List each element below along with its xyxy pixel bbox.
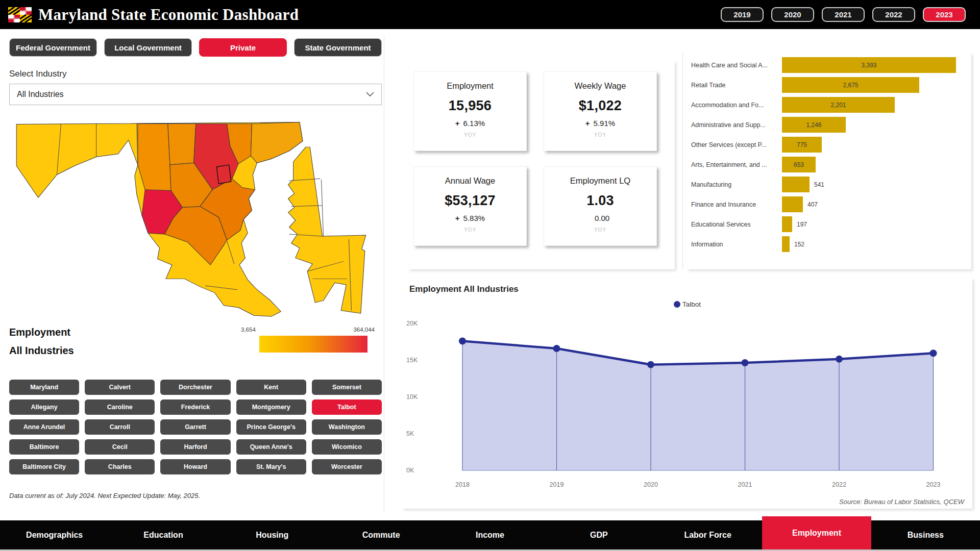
bar-accommodation-and-fo[interactable]: 2,201	[782, 97, 895, 113]
map-county-baltimore-city[interactable]	[216, 165, 231, 184]
bar-category-label: Finance and Insurance	[691, 201, 782, 208]
kpi-delta-indicator: +	[455, 214, 460, 222]
bar-value-label: 775	[797, 141, 807, 148]
kpi-card-annual-wage: Annual Wage $53,127 +5.83% YOY	[413, 166, 527, 246]
nav-item-gdp[interactable]: GDP	[545, 520, 653, 549]
bar-value-label: 1,246	[806, 121, 821, 129]
data-point-2019[interactable]	[553, 345, 560, 352]
page-title: Maryland State Economic Dashboard	[38, 6, 299, 24]
nav-item-education[interactable]: Education	[109, 520, 217, 549]
data-point-2018[interactable]	[459, 338, 466, 345]
legend-title: Employment	[9, 327, 74, 338]
bar-retail-trade[interactable]: 2,675	[782, 77, 919, 93]
map-region-eastern-shore[interactable]	[288, 147, 366, 313]
county-button-baltimore-city[interactable]: Baltimore City	[9, 459, 79, 474]
county-button-wicomico[interactable]: Wicomico	[312, 439, 382, 455]
bar-row-health-care-and-social-a: Health Care and Social A...3,393	[691, 57, 971, 73]
county-button-prince-george-s[interactable]: Prince George's	[236, 419, 306, 435]
county-button-charles[interactable]: Charles	[85, 459, 155, 474]
map-legend: Employment All Industries 3,654 364,044	[9, 327, 382, 363]
x-axis-tick: 2021	[738, 481, 752, 488]
kpi-caption: YOY	[414, 132, 526, 138]
data-point-2023[interactable]	[930, 349, 937, 357]
ownership-button-state-government[interactable]: State Government	[294, 38, 382, 57]
bar-information[interactable]	[782, 236, 790, 252]
kpi-title: Employment LQ	[544, 176, 656, 186]
year-button-2022[interactable]: 2022	[872, 7, 915, 22]
nav-item-commute[interactable]: Commute	[327, 520, 435, 549]
map-county-cecil[interactable]	[251, 122, 303, 163]
map-county-carroll[interactable]	[168, 124, 196, 165]
county-button-cecil[interactable]: Cecil	[85, 439, 155, 455]
nav-item-demographics[interactable]: Demographics	[0, 520, 109, 549]
bar-manufacturing[interactable]	[782, 177, 810, 192]
year-button-2020[interactable]: 2020	[771, 7, 814, 22]
kpi-delta-indicator: +	[455, 119, 460, 128]
chevron-down-icon	[366, 92, 374, 97]
county-button-dorchester[interactable]: Dorchester	[160, 380, 230, 395]
nav-item-labor-force[interactable]: Labor Force	[653, 520, 762, 549]
year-button-2021[interactable]: 2021	[822, 7, 865, 22]
county-button-washington[interactable]: Washington	[312, 419, 382, 435]
county-button-queen-anne-s[interactable]: Queen Anne's	[236, 439, 306, 455]
bar-arts-entertainment-and[interactable]: 653	[782, 157, 816, 172]
kpi-delta-value: 0.00	[595, 214, 609, 222]
county-button-calvert[interactable]: Calvert	[85, 380, 155, 395]
ownership-button-local-government[interactable]: Local Government	[104, 38, 192, 57]
county-button-carroll[interactable]: Carroll	[85, 419, 155, 435]
nav-item-housing[interactable]: Housing	[218, 520, 327, 549]
county-button-howard[interactable]: Howard	[160, 459, 230, 474]
kpi-value: $53,127	[414, 193, 526, 209]
data-point-2020[interactable]	[647, 361, 654, 368]
app-header: Maryland State Economic Dashboard 201920…	[0, 0, 980, 29]
nav-item-employment[interactable]: Employment	[762, 516, 871, 549]
county-button-talbot[interactable]: Talbot	[312, 399, 382, 415]
line-chart-svg[interactable]: 0K5K10K15K20K201820192020202120222023	[402, 299, 972, 494]
bar-administrative-and-supp[interactable]: 1,246	[782, 117, 846, 133]
county-button-baltimore[interactable]: Baltimore	[9, 439, 79, 455]
county-button-garrett[interactable]: Garrett	[160, 419, 230, 435]
bar-finance-and-insurance[interactable]	[782, 196, 803, 212]
county-button-kent[interactable]: Kent	[236, 380, 306, 395]
industry-dropdown[interactable]: All Industries	[9, 84, 382, 105]
bar-category-label: Other Services (except P...	[691, 141, 782, 148]
bar-row-educational-services: Educational Services197	[691, 216, 971, 232]
county-button-montgomery[interactable]: Montgomery	[236, 399, 306, 415]
maryland-choropleth-map[interactable]	[9, 115, 382, 319]
bar-other-services-except-p[interactable]: 775	[782, 137, 822, 153]
county-button-somerset[interactable]: Somerset	[312, 380, 382, 395]
kpi-caption: YOY	[544, 227, 656, 233]
nav-item-income[interactable]: Income	[435, 520, 544, 549]
bar-row-retail-trade: Retail Trade2,675	[691, 77, 971, 93]
bar-category-label: Manufacturing	[691, 181, 782, 188]
ownership-button-private[interactable]: Private	[199, 38, 287, 57]
county-button-frederick[interactable]: Frederick	[160, 399, 230, 415]
county-button-anne-arundel[interactable]: Anne Arundel	[9, 419, 79, 435]
line-chart-title: Employment All Industries	[409, 284, 519, 294]
data-point-2022[interactable]	[836, 356, 843, 363]
y-axis-tick: 20K	[406, 320, 418, 327]
county-button-harford[interactable]: Harford	[160, 439, 230, 455]
county-button-st-mary-s[interactable]: St. Mary's	[236, 459, 306, 474]
employment-trend-panel: Employment All Industries Talbot 0K5K10K…	[402, 278, 972, 509]
year-button-2023[interactable]: 2023	[923, 7, 966, 22]
kpi-title: Employment	[414, 81, 526, 91]
legend-gradient-bar	[259, 336, 368, 353]
ownership-button-federal-government[interactable]: Federal Government	[9, 38, 97, 57]
area-fill	[462, 341, 934, 470]
nav-item-business[interactable]: Business	[871, 520, 980, 549]
county-button-maryland[interactable]: Maryland	[9, 380, 79, 395]
bar-value-label: 152	[794, 241, 804, 248]
bar-value-label: 2,675	[843, 82, 858, 89]
county-button-allegany[interactable]: Allegany	[9, 399, 79, 415]
kpi-caption: YOY	[544, 132, 656, 138]
county-button-caroline[interactable]: Caroline	[85, 399, 155, 415]
data-point-2021[interactable]	[742, 359, 749, 366]
kpi-value: 1.03	[544, 193, 656, 209]
year-button-2019[interactable]: 2019	[721, 7, 764, 22]
bar-health-care-and-social-a[interactable]: 3,393	[782, 57, 956, 73]
county-button-worcester[interactable]: Worcester	[312, 459, 382, 474]
bar-educational-services[interactable]	[782, 216, 792, 232]
county-button-grid: MarylandCalvertDorchesterKentSomersetAll…	[9, 380, 382, 474]
kpi-card-employment-lq: Employment LQ 1.03 0.00 YOY	[544, 166, 657, 246]
